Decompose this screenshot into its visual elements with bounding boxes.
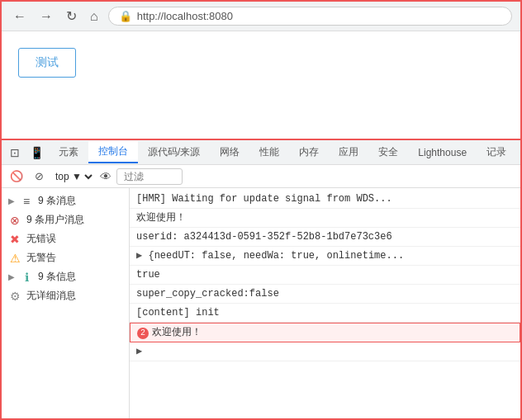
devtools-body: ▶ ≡ 9 条消息 ⊗ 9 条用户消息 ✖ 无错误 ⚠ 无警告 ▶ ℹ 9 条信… bbox=[2, 188, 520, 420]
errors-icon: ✖ bbox=[8, 233, 21, 246]
device-icon-button[interactable]: 📱 bbox=[25, 143, 49, 163]
devtools-toolbar: 🚫 ⊘ top ▼ 👁 bbox=[2, 165, 520, 188]
inspect-icon-button[interactable]: ⊡ bbox=[5, 143, 25, 163]
clear-console-button[interactable]: 🚫 bbox=[7, 168, 26, 184]
messages-icon: ≡ bbox=[20, 195, 33, 208]
sidebar-item-warnings[interactable]: ⚠ 无警告 bbox=[2, 248, 129, 267]
console-line: [content] init bbox=[130, 304, 520, 323]
tab-memory[interactable]: 内存 bbox=[289, 142, 329, 163]
tab-security[interactable]: 安全 bbox=[368, 142, 408, 163]
console-expand-line[interactable]: ▶ bbox=[130, 342, 520, 361]
tab-application[interactable]: 应用 bbox=[329, 142, 368, 163]
sidebar-item-info[interactable]: ▶ ℹ 9 条信息 bbox=[2, 267, 129, 286]
address-bar[interactable]: 🔒 http://localhost:8080 bbox=[108, 7, 512, 26]
console-error-line: 2欢迎使用！ bbox=[130, 323, 520, 342]
home-button[interactable]: ⌂ bbox=[87, 7, 102, 26]
obj-expand[interactable]: ▶ bbox=[136, 250, 142, 262]
tab-network[interactable]: 网络 bbox=[210, 142, 249, 163]
sidebar-item-verbose[interactable]: ⚙ 无详细消息 bbox=[2, 286, 129, 305]
tab-console[interactable]: 控制台 bbox=[88, 141, 138, 163]
tab-lighthouse[interactable]: Lighthouse bbox=[408, 144, 477, 162]
console-sidebar: ▶ ≡ 9 条消息 ⊗ 9 条用户消息 ✖ 无错误 ⚠ 无警告 ▶ ℹ 9 条信… bbox=[2, 188, 130, 420]
back-button[interactable]: ← bbox=[10, 7, 30, 26]
verbose-icon: ⚙ bbox=[8, 290, 21, 303]
user-messages-icon: ⊗ bbox=[8, 214, 21, 227]
obj-expand-2[interactable]: ▶ bbox=[136, 346, 142, 357]
console-line: userid: a324413d-0591-352f-52b8-1bd7e73c… bbox=[130, 228, 520, 247]
user-messages-label: 9 条用户消息 bbox=[26, 213, 84, 227]
messages-label: 9 条消息 bbox=[38, 194, 76, 208]
expand-arrow-info: ▶ bbox=[8, 272, 15, 281]
info-label: 9 条信息 bbox=[38, 270, 76, 284]
lock-icon: 🔒 bbox=[119, 10, 132, 22]
forward-button[interactable]: → bbox=[36, 7, 56, 26]
filter-input[interactable] bbox=[116, 168, 183, 185]
verbose-label: 无详细消息 bbox=[26, 289, 76, 303]
console-line: super_copy_cracked:false bbox=[130, 285, 520, 304]
filter-button[interactable]: ⊘ bbox=[31, 168, 47, 184]
tab-sources[interactable]: 源代码/来源 bbox=[138, 142, 210, 163]
sidebar-item-messages[interactable]: ▶ ≡ 9 条消息 bbox=[2, 191, 129, 210]
warnings-label: 无警告 bbox=[26, 251, 56, 265]
tab-elements[interactable]: 元素 bbox=[49, 142, 88, 163]
expand-arrow-messages: ▶ bbox=[8, 196, 15, 205]
console-line: ▶ {needUT: false, needWa: true, onlineti… bbox=[130, 247, 520, 266]
sidebar-item-user-messages[interactable]: ⊗ 9 条用户消息 bbox=[2, 210, 129, 229]
sidebar-item-errors[interactable]: ✖ 无错误 bbox=[2, 229, 129, 248]
tab-recorder[interactable]: 记录 bbox=[477, 142, 516, 163]
test-button[interactable]: 测试 bbox=[18, 48, 76, 78]
eye-button[interactable]: 👁 bbox=[100, 170, 112, 183]
devtools-panel: ⊡ 📱 元素 控制台 源代码/来源 网络 性能 内存 应用 安全 Lightho… bbox=[2, 139, 520, 420]
console-line: true bbox=[130, 266, 520, 285]
console-line: 欢迎使用！ bbox=[130, 209, 520, 228]
error-badge: 2 bbox=[137, 328, 149, 339]
devtools-tabbar: ⊡ 📱 元素 控制台 源代码/来源 网络 性能 内存 应用 安全 Lightho… bbox=[2, 140, 520, 165]
warnings-icon: ⚠ bbox=[8, 252, 21, 265]
info-icon: ℹ bbox=[20, 271, 33, 284]
tab-performance[interactable]: 性能 bbox=[249, 142, 289, 163]
page-content: 测试 bbox=[2, 31, 520, 139]
errors-label: 无错误 bbox=[26, 232, 56, 246]
browser-chrome: ← → ↻ ⌂ 🔒 http://localhost:8080 bbox=[2, 2, 520, 31]
reload-button[interactable]: ↻ bbox=[63, 7, 80, 26]
url-text: http://localhost:8080 bbox=[137, 10, 233, 22]
console-line: [HMR] Waiting for update signal from WDS… bbox=[130, 190, 520, 209]
console-output: [HMR] Waiting for update signal from WDS… bbox=[130, 188, 520, 420]
level-select[interactable]: top ▼ bbox=[52, 170, 95, 183]
